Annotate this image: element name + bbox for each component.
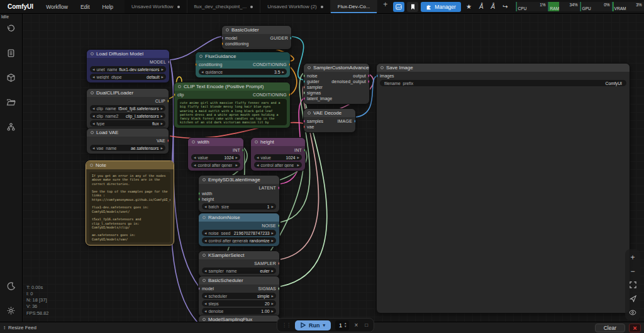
right-arrow-icon[interactable]: ▶: [272, 239, 274, 242]
app-logo[interactable]: ComfyUI: [0, 3, 40, 10]
sidebar-item-node-map[interactable]: [6, 122, 16, 132]
right-arrow-icon[interactable]: ▶: [272, 295, 274, 298]
widget-weight_dtype[interactable]: ◀weight_dtypedefault▶: [90, 74, 166, 80]
input-slot-vae[interactable]: vae: [307, 125, 314, 129]
left-arrow-icon[interactable]: ◀: [204, 205, 206, 208]
input-slot-samples[interactable]: samples: [307, 119, 323, 123]
badge-a-button-1[interactable]: Å: [477, 3, 486, 10]
input-slot-images[interactable]: images: [380, 74, 394, 78]
left-arrow-icon[interactable]: ◀: [204, 295, 206, 298]
input-dot[interactable]: [376, 74, 378, 77]
node-header[interactable]: Save Image: [377, 64, 630, 72]
batch-count-stepper[interactable]: 1 ▲▼: [335, 320, 348, 330]
input-slot-width[interactable]: width: [202, 191, 212, 196]
node-header[interactable]: width: [188, 138, 243, 146]
input-dot[interactable]: [303, 120, 305, 123]
input-slot-clip[interactable]: clip: [177, 93, 184, 97]
output-dot[interactable]: [368, 80, 370, 83]
node-dual-clip-loader[interactable]: DualCLIPLoaderCLIP◀clip_name1t5xxl_fp8.s…: [86, 88, 169, 130]
widget-control-after-generate[interactable]: ◀control after generate▶: [254, 162, 302, 168]
input-slot-conditioning[interactable]: conditioning: [225, 42, 248, 46]
pan-mode-button[interactable]: [628, 295, 637, 303]
node-header[interactable]: KSamplerSelect: [199, 251, 279, 259]
sidebar-item-history[interactable]: [6, 24, 16, 33]
left-arrow-icon[interactable]: ◀: [194, 164, 196, 167]
close-feed-button[interactable]: ×: [629, 324, 641, 332]
left-arrow-icon[interactable]: ◀: [257, 156, 258, 159]
zoom-in-button[interactable]: +: [628, 253, 637, 261]
input-dot[interactable]: [195, 63, 197, 66]
output-dot[interactable]: [278, 262, 280, 265]
node-random-noise[interactable]: RandomNoiseNOISE◀noise_seed2196702787472…: [198, 213, 280, 247]
widget-control-after-generate[interactable]: ◀control after generate▶: [191, 162, 240, 168]
bookmark-button[interactable]: [407, 2, 418, 12]
badge-a-button-2[interactable]: Å: [489, 3, 498, 10]
zoom-out-button[interactable]: −: [628, 267, 637, 275]
output-dot[interactable]: [278, 186, 280, 189]
toggle-visibility-button[interactable]: [628, 308, 637, 317]
node-ksampler-select[interactable]: KSamplerSelectSAMPLER◀sampler_nameeuler▶: [198, 251, 280, 277]
node-width[interactable]: widthINT◀value1024▶◀control after genera…: [187, 137, 244, 171]
widget-guidance[interactable]: ◀guidance3.5▶: [199, 69, 287, 75]
input-dot[interactable]: [303, 80, 305, 83]
input-slot-model[interactable]: model: [225, 36, 237, 40]
node-header[interactable]: EmptySD3LatentImage: [199, 176, 279, 184]
collapse-dot[interactable]: [308, 66, 311, 69]
input-slot-latent_image[interactable]: latent_image: [307, 96, 332, 101]
node-header[interactable]: SamplerCustomAdvanced: [304, 64, 369, 72]
node-header[interactable]: Load VAE: [87, 128, 169, 137]
star-button[interactable]: ★: [464, 3, 474, 10]
node-header[interactable]: BasicGuider: [222, 26, 291, 34]
node-save-image[interactable]: Save Imageimagesfilename_prefixComfyUI: [376, 63, 630, 313]
widget-type[interactable]: ◀typeflux▶: [90, 120, 165, 127]
input-dot[interactable]: [198, 198, 200, 201]
widget-filename_prefix[interactable]: filename_prefixComfyUI: [380, 80, 626, 86]
node-basic-scheduler[interactable]: BasicSchedulermodelSIGMAS◀schedulersimpl…: [198, 276, 280, 317]
output-dot[interactable]: [368, 74, 370, 77]
new-tab-button[interactable]: +: [377, 0, 393, 13]
right-arrow-icon[interactable]: ▶: [162, 68, 164, 71]
collapse-dot[interactable]: [380, 66, 384, 69]
manager-button[interactable]: Manager: [421, 2, 461, 12]
right-arrow-icon[interactable]: ▶: [272, 205, 274, 208]
right-arrow-icon[interactable]: ▶: [161, 122, 163, 125]
drag-handle[interactable]: ⋮⋮: [282, 322, 291, 328]
menu-edit[interactable]: Edit: [74, 4, 96, 10]
left-arrow-icon[interactable]: ◀: [92, 115, 94, 118]
widget-sampler_name[interactable]: ◀sampler_nameeuler▶: [202, 268, 276, 274]
widget-vae_name[interactable]: ◀vae_nameae.safetensors▶: [90, 145, 165, 151]
output-dot[interactable]: [290, 37, 292, 40]
node-header[interactable]: Note: [86, 161, 174, 169]
node-vae-decode[interactable]: VAE DecodesamplesIMAGEvae: [303, 108, 356, 133]
widget-value[interactable]: ◀value1024▶: [191, 154, 240, 161]
input-dot[interactable]: [303, 125, 305, 128]
right-arrow-icon[interactable]: ▶: [162, 76, 164, 79]
tab-unsaved-workflow-2[interactable]: Unsaved Workflow (2): [260, 0, 331, 13]
menu-workflow[interactable]: Workflow: [40, 4, 74, 10]
collapse-dot[interactable]: [91, 91, 94, 94]
right-arrow-icon[interactable]: ▶: [297, 156, 299, 159]
input-dot[interactable]: [174, 93, 175, 96]
resize-feed-handle[interactable]: ↕ Resize Feed: [3, 325, 36, 330]
input-dot[interactable]: [303, 86, 305, 89]
left-arrow-icon[interactable]: ◀: [204, 302, 206, 305]
stop-button[interactable]: □: [364, 322, 369, 328]
input-dot[interactable]: [221, 37, 223, 40]
clear-button[interactable]: Clear: [595, 324, 625, 332]
input-slot-sigmas[interactable]: sigmas: [307, 91, 321, 95]
run-button[interactable]: Run ▾: [295, 320, 331, 330]
collapse-dot[interactable]: [91, 131, 94, 134]
right-arrow-icon[interactable]: ▶: [236, 164, 238, 167]
output-slot-CONDITIONING[interactable]: CONDITIONING: [253, 93, 287, 97]
node-basic-guider[interactable]: BasicGuidermodelGUIDERconditioning: [221, 25, 292, 50]
widget-control-after-generate[interactable]: ◀control after generaterandomize▶: [202, 237, 276, 244]
node-note[interactable]: NoteIf you get an error in any of the no…: [86, 161, 174, 246]
widget-steps[interactable]: ◀steps20▶: [202, 300, 276, 307]
output-dot[interactable]: [167, 139, 169, 142]
output-slot-output[interactable]: output: [353, 74, 366, 78]
node-header[interactable]: Load Diffusion Model: [87, 50, 169, 58]
input-dot[interactable]: [303, 91, 305, 94]
node-header[interactable]: height: [251, 138, 305, 146]
output-slot-NOISE[interactable]: NOISE: [262, 223, 276, 228]
menu-help[interactable]: Help: [96, 4, 119, 10]
